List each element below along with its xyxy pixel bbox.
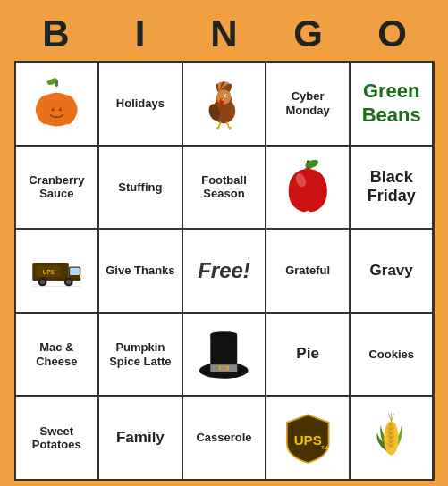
cell-text-r3-c1: Pumpkin Spice Latte	[103, 340, 178, 368]
cell-r2-c4: Gravy	[351, 230, 433, 312]
cell-r1-c3	[266, 147, 349, 229]
cell-r4-c1: Family	[99, 397, 182, 479]
pilgrim-hat-icon	[198, 328, 250, 381]
turkey-icon	[198, 78, 250, 130]
svg-point-18	[226, 96, 228, 97]
cell-r0-c2	[183, 63, 266, 145]
cell-text-r4-c1: Family	[116, 429, 165, 447]
cell-r3-c2	[183, 314, 266, 396]
cell-r2-c0: UPS	[16, 230, 98, 312]
cell-text-r0-c3: Cyber Monday	[270, 89, 345, 117]
cell-r0-c1: Holidays	[99, 63, 182, 145]
cell-r1-c1: Stuffing	[99, 147, 182, 229]
pumpkin-icon	[30, 78, 83, 130]
svg-text:TM: TM	[321, 446, 327, 450]
cell-text-r4-c0: Sweet Potatoes	[20, 424, 95, 452]
cell-r3-c0: Mac & Cheese	[16, 314, 98, 396]
svg-point-63	[389, 436, 393, 439]
svg-rect-31	[70, 268, 80, 275]
bingo-grid: Holidays	[14, 61, 435, 481]
cell-r4-c2: Casserole	[183, 397, 266, 479]
bingo-card: BINGO Holidays	[5, 0, 444, 486]
svg-rect-38	[80, 275, 82, 279]
bingo-letter-N: N	[182, 9, 266, 59]
cell-r3-c1: Pumpkin Spice Latte	[99, 314, 182, 396]
svg-point-14	[216, 90, 231, 105]
cell-text-r2-c4: Gravy	[370, 262, 413, 280]
cell-r4-c4	[351, 397, 433, 479]
cell-r1-c2: Football Season	[183, 147, 266, 229]
corn-icon	[365, 412, 418, 465]
cell-text-r3-c4: Cookies	[368, 348, 414, 362]
svg-line-20	[219, 122, 221, 128]
cell-r4-c3: UPS TM	[266, 397, 349, 479]
cell-text-r1-c0: Cranberry Sauce	[20, 173, 95, 201]
cell-text-r0-c1: Holidays	[116, 96, 165, 111]
cell-r0-c4: Green Beans	[351, 63, 433, 145]
bingo-letter-O: O	[351, 9, 435, 59]
cell-text-r4-c2: Casserole	[196, 431, 251, 445]
cell-text-r1-c1: Stuffing	[118, 180, 162, 195]
cell-r2-c2: Free!	[183, 230, 266, 312]
svg-rect-44	[221, 367, 227, 370]
ups-truck-icon: UPS	[30, 245, 83, 297]
cell-text-r3-c0: Mac & Cheese	[20, 340, 95, 368]
ups-logo-icon: UPS TM	[282, 412, 334, 465]
bingo-letter-B: B	[14, 9, 98, 59]
svg-line-23	[217, 128, 218, 130]
svg-point-46	[211, 331, 238, 338]
cell-r0-c0	[16, 63, 98, 145]
bingo-header: BINGO	[14, 9, 435, 59]
svg-text:UPS: UPS	[293, 432, 321, 447]
apple-icon	[282, 161, 334, 214]
cell-r3-c4: Cookies	[351, 314, 433, 396]
cell-r4-c0: Sweet Potatoes	[16, 397, 98, 479]
cell-text-r3-c3: Pie	[296, 345, 319, 363]
svg-point-5	[45, 95, 68, 126]
svg-line-25	[229, 128, 230, 130]
svg-point-37	[66, 280, 71, 284]
svg-text:UPS: UPS	[43, 269, 55, 275]
cell-r1-c4: Black Friday	[351, 147, 433, 229]
svg-point-65	[389, 445, 393, 448]
cell-text-r2-c2: Free!	[198, 258, 250, 284]
svg-point-35	[40, 280, 45, 284]
cell-text-r0-c4: Green Beans	[354, 80, 429, 127]
cell-text-r2-c3: Grateful	[285, 264, 330, 278]
cell-text-r1-c4: Black Friday	[354, 168, 429, 206]
cell-r3-c3: Pie	[266, 314, 349, 396]
svg-point-64	[389, 440, 393, 443]
cell-r0-c3: Cyber Monday	[266, 63, 349, 145]
cell-r2-c3: Grateful	[266, 230, 349, 312]
svg-point-61	[389, 428, 393, 431]
cell-text-r2-c1: Give Thanks	[106, 264, 174, 278]
svg-point-62	[389, 432, 393, 434]
bingo-letter-G: G	[266, 9, 351, 59]
cell-r2-c1: Give Thanks	[99, 230, 182, 312]
cell-r1-c0: Cranberry Sauce	[16, 147, 98, 229]
svg-point-60	[389, 423, 393, 426]
cell-text-r1-c2: Football Season	[187, 173, 262, 201]
svg-line-21	[227, 122, 229, 128]
bingo-letter-I: I	[98, 9, 182, 59]
